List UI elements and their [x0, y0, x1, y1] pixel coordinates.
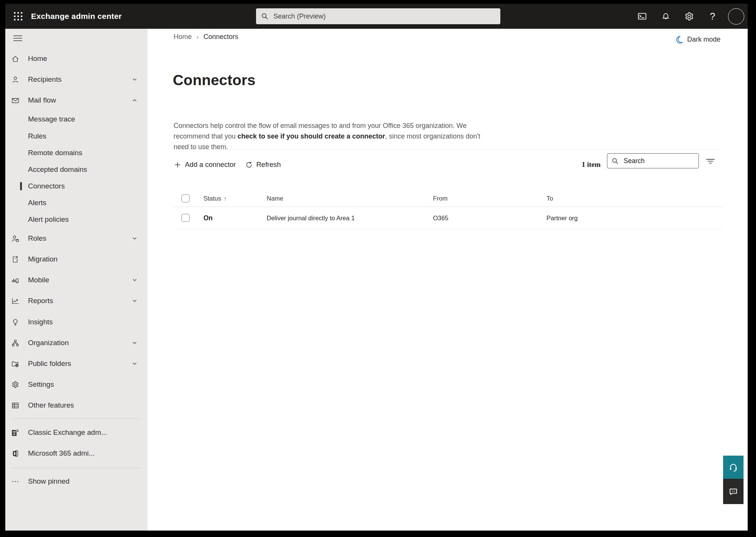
global-search-box[interactable] [256, 8, 500, 24]
sidebar-item-show-pinned[interactable]: Show pinned [5, 474, 147, 489]
terminal-icon [637, 11, 647, 22]
sidebar-divider [11, 468, 141, 468]
exchange-logo-icon [11, 428, 20, 437]
create-connector-link[interactable]: check to see if you should create a conn… [238, 132, 385, 140]
breadcrumb-home-link[interactable]: Home [174, 33, 192, 41]
help-button[interactable]: ? [701, 4, 724, 29]
add-connector-button[interactable]: Add a connector [172, 157, 241, 172]
envelope-icon [11, 96, 20, 105]
row-to: Partner org [546, 207, 578, 229]
sidebar-item-label: Rules [28, 132, 47, 140]
support-button[interactable] [723, 456, 744, 479]
refresh-button[interactable]: Refresh [244, 157, 286, 172]
chevron-down-icon [132, 361, 138, 367]
column-header-label: Name [267, 195, 283, 202]
sidebar-item-roles[interactable]: Roles [5, 231, 147, 246]
gear-icon [11, 380, 20, 389]
sidebar-item-label: Reports [28, 297, 53, 305]
sidebar-divider [11, 419, 141, 419]
add-connector-label: Add a connector [185, 160, 236, 169]
row-name[interactable]: Deliver journal directly to Area 1 [267, 207, 355, 229]
sidebar-item-label: Mobile [28, 276, 49, 284]
sidebar-item-label: Alert policies [28, 215, 69, 224]
sidebar-item-label: Alerts [28, 199, 47, 207]
notifications-button[interactable] [654, 4, 677, 29]
sidebar-item-reports[interactable]: Reports [5, 293, 147, 308]
search-icon [611, 157, 619, 165]
person-icon [11, 75, 20, 84]
sidebar-item-rules[interactable]: Rules [5, 129, 147, 144]
chevron-down-icon [132, 235, 138, 241]
sidebar-item-label: Recipients [28, 75, 62, 84]
chevron-down-icon [132, 76, 138, 82]
sidebar-item-label: Public folders [28, 360, 71, 368]
dark-mode-toggle[interactable]: Dark mode [674, 35, 720, 44]
sidebar-item-label: Mail flow [28, 96, 56, 104]
org-tree-icon [11, 338, 20, 347]
sidebar-item-label: Migration [28, 255, 57, 263]
sidebar-item-recipients[interactable]: Recipients [5, 72, 147, 87]
settings-button[interactable] [677, 4, 701, 29]
sidebar-item-label: Insights [28, 318, 53, 326]
sidebar-item-insights[interactable]: Insights [5, 314, 147, 330]
plus-icon [174, 161, 182, 169]
chevron-down-icon [132, 277, 138, 283]
column-header-status[interactable]: Status ↑ [203, 190, 227, 207]
body: Home Recipients [5, 29, 748, 531]
sidebar-item-classic-exchange-admin[interactable]: Classic Exchange adm... [5, 425, 147, 440]
global-search-input[interactable] [273, 12, 496, 21]
chevron-down-icon [132, 340, 138, 346]
lightbulb-icon [11, 318, 20, 327]
app-launcher-button[interactable] [9, 7, 27, 25]
nav-collapse-button[interactable] [10, 31, 25, 45]
sidebar-item-remote-domains[interactable]: Remote domains [5, 145, 147, 160]
moon-icon [674, 35, 684, 44]
row-from: O365 [433, 207, 448, 229]
select-all-checkbox[interactable] [182, 195, 189, 202]
breadcrumb: Home › Connectors [174, 32, 238, 42]
headset-icon [728, 462, 739, 473]
sidebar-item-accepted-domains[interactable]: Accepted domains [5, 162, 147, 177]
sidebar: Home Recipients [5, 29, 147, 531]
sidebar-item-label: Settings [28, 380, 54, 389]
table-row[interactable]: On Deliver journal directly to Area 1 O3… [147, 207, 726, 229]
selected-indicator [20, 182, 22, 190]
sidebar-item-other-features[interactable]: Other features [5, 398, 147, 413]
sidebar-item-microsoft-365-admin[interactable]: Microsoft 365 admi... [5, 446, 147, 461]
table-search-input[interactable] [623, 157, 695, 165]
column-header-name[interactable]: Name [267, 190, 283, 207]
table-search-box[interactable] [607, 153, 699, 168]
sidebar-item-home[interactable]: Home [5, 51, 147, 66]
app-title: Exchange admin center [31, 4, 122, 29]
command-bar: Add a connector Refresh [172, 157, 286, 172]
row-checkbox[interactable] [182, 214, 189, 222]
sidebar-item-message-trace[interactable]: Message trace [5, 112, 147, 127]
cloud-shell-button[interactable] [630, 4, 654, 29]
filter-button[interactable] [703, 155, 718, 167]
column-header-from[interactable]: From [433, 190, 448, 207]
page-title: Connectors [173, 72, 256, 89]
sidebar-item-label: Microsoft 365 admi... [28, 449, 95, 458]
sidebar-item-organization[interactable]: Organization [5, 335, 147, 350]
sidebar-item-label: Roles [28, 234, 47, 243]
sidebar-item-mail-flow[interactable]: Mail flow [5, 93, 147, 108]
filter-icon [705, 157, 716, 165]
column-header-to[interactable]: To [546, 190, 553, 207]
feedback-button[interactable] [723, 479, 744, 504]
sidebar-item-label: Other features [28, 401, 74, 409]
migration-icon [11, 255, 20, 264]
sidebar-item-public-folders[interactable]: Public folders [5, 356, 147, 371]
table-header-row: Status ↑ Name From To [147, 190, 726, 207]
column-header-label: From [433, 195, 448, 202]
column-header-label: To [546, 195, 553, 202]
page-description: Connectors help control the flow of emai… [174, 120, 494, 152]
account-button[interactable] [724, 4, 748, 29]
sidebar-item-label: Organization [28, 339, 69, 347]
sidebar-item-connectors[interactable]: Connectors [5, 179, 147, 194]
sidebar-item-settings[interactable]: Settings [5, 377, 147, 392]
sidebar-item-alerts[interactable]: Alerts [5, 195, 147, 210]
app-window: Exchange admin center [5, 4, 748, 531]
sidebar-item-mobile[interactable]: Mobile [5, 272, 147, 288]
sidebar-item-alert-policies[interactable]: Alert policies [5, 212, 147, 227]
sidebar-item-migration[interactable]: Migration [5, 252, 147, 267]
